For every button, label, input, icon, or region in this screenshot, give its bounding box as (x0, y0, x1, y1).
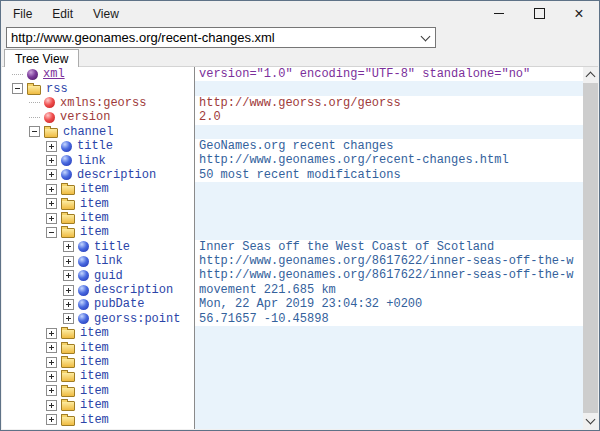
expand-toggle-icon[interactable] (46, 155, 57, 166)
tree-row[interactable]: title (2, 240, 194, 254)
value-text: 56.71657 -10.45898 (199, 312, 329, 326)
tree-row[interactable]: link (2, 153, 194, 167)
value-row: Mon, 22 Apr 2019 23:04:32 +0200 (195, 297, 583, 311)
menu-item-view[interactable]: View (89, 4, 123, 24)
close-button[interactable]: × (559, 1, 599, 26)
folder-icon (61, 372, 75, 382)
url-input[interactable] (7, 30, 415, 45)
tree-node-label: title (94, 240, 130, 254)
expand-toggle-icon[interactable] (63, 285, 74, 296)
expand-toggle-icon[interactable] (46, 414, 57, 425)
tree-row[interactable]: item (2, 326, 194, 340)
tree-node-label: guid (94, 269, 123, 283)
value-row: version="1.0" encoding="UTF-8" standalon… (195, 67, 583, 81)
tree-row[interactable]: item (2, 398, 194, 412)
chevron-down-icon (420, 31, 430, 41)
tree-row[interactable]: version (2, 110, 194, 124)
value-row (195, 412, 583, 426)
tree-row[interactable]: item (2, 369, 194, 383)
expand-toggle-icon[interactable] (46, 184, 57, 195)
tab-tree-view[interactable]: Tree View (4, 49, 79, 67)
tree-node-label: georss:point (94, 312, 180, 326)
value-row: GeoNames.org recent changes (195, 139, 583, 153)
value-row (195, 211, 583, 225)
tree-row[interactable]: xml (2, 67, 194, 81)
collapse-toggle-icon[interactable] (29, 126, 40, 137)
value-row: movement 221.685 km (195, 283, 583, 297)
tree-row[interactable]: rss (2, 81, 194, 95)
tree-row[interactable]: item (2, 225, 194, 239)
combo-dropdown-button[interactable] (415, 28, 435, 47)
expand-toggle-icon[interactable] (46, 357, 57, 368)
tree-row[interactable]: item (2, 412, 194, 426)
tree-node-label: xml (43, 67, 65, 81)
scroll-up-button[interactable] (583, 67, 598, 83)
value-row (195, 182, 583, 196)
chevron-down-icon (586, 415, 596, 425)
element-sphere-icon (61, 169, 72, 180)
expand-toggle-icon[interactable] (46, 400, 57, 411)
folder-icon (61, 387, 75, 397)
expand-toggle-icon[interactable] (46, 169, 57, 180)
value-text: 2.0 (199, 110, 221, 124)
scroll-thumb[interactable] (583, 83, 598, 413)
tree-row[interactable]: guid (2, 268, 194, 282)
tree-node-label: description (94, 283, 173, 297)
expand-toggle-icon[interactable] (63, 241, 74, 252)
tree-row[interactable]: item (2, 340, 194, 354)
expand-toggle-icon[interactable] (63, 270, 74, 281)
folder-icon (61, 416, 75, 426)
element-sphere-icon (78, 285, 89, 296)
tree-node-label: item (80, 384, 109, 398)
element-sphere-icon (78, 256, 89, 267)
expand-toggle-icon[interactable] (46, 342, 57, 353)
expand-toggle-icon[interactable] (63, 313, 74, 324)
expand-toggle-icon[interactable] (46, 371, 57, 382)
value-text: GeoNames.org recent changes (199, 139, 393, 153)
expand-toggle-icon[interactable] (46, 213, 57, 224)
tree-row[interactable]: item (2, 197, 194, 211)
element-sphere-icon (78, 270, 89, 281)
maximize-button[interactable] (519, 1, 559, 26)
scroll-down-button[interactable] (583, 413, 598, 429)
tree-node-label: link (94, 254, 123, 268)
tree-row[interactable]: item (2, 355, 194, 369)
expand-toggle-icon[interactable] (46, 385, 57, 396)
value-text: 50 most recent modifications (199, 168, 401, 182)
tree-row[interactable]: title (2, 139, 194, 153)
value-text: Inner Seas off the West Coast of Scotlan… (199, 240, 494, 254)
tree-row[interactable]: georss:point (2, 312, 194, 326)
tree-row[interactable]: xmlns:georss (2, 96, 194, 110)
element-sphere-icon (78, 299, 89, 310)
expand-toggle-icon[interactable] (46, 198, 57, 209)
value-row (195, 384, 583, 398)
menu-item-edit[interactable]: Edit (48, 4, 77, 24)
value-text: Mon, 22 Apr 2019 23:04:32 +0200 (199, 297, 422, 311)
tree-row[interactable]: description (2, 168, 194, 182)
tree-row[interactable]: item (2, 384, 194, 398)
tree-node-label: title (77, 139, 113, 153)
collapse-toggle-icon[interactable] (46, 227, 57, 238)
expand-toggle-icon[interactable] (63, 256, 74, 267)
tree-row[interactable]: description (2, 283, 194, 297)
tree-node-label: item (80, 355, 109, 369)
menu-item-file[interactable]: File (9, 4, 36, 24)
tree-row[interactable]: item (2, 211, 194, 225)
minimize-button[interactable] (479, 1, 519, 26)
tree-row[interactable]: item (2, 182, 194, 196)
value-text: http://www.geonames.org/8617622/inner-se… (199, 254, 573, 268)
tree-node-label: link (77, 154, 106, 168)
tree-node-label: item (80, 326, 109, 340)
app-window: File Edit View × Tree View xmlrssxmlns:g… (0, 0, 600, 431)
vertical-scrollbar[interactable] (583, 67, 598, 429)
value-row: 56.71657 -10.45898 (195, 312, 583, 326)
expand-toggle-icon[interactable] (63, 299, 74, 310)
collapse-toggle-icon[interactable] (12, 83, 23, 94)
tree-row[interactable]: link (2, 254, 194, 268)
tree-row[interactable]: channel (2, 125, 194, 139)
tree-row[interactable]: pubDate (2, 297, 194, 311)
expand-toggle-icon[interactable] (46, 328, 57, 339)
value-row (195, 81, 583, 95)
expand-toggle-icon[interactable] (46, 141, 57, 152)
tree-node-label: item (80, 369, 109, 383)
